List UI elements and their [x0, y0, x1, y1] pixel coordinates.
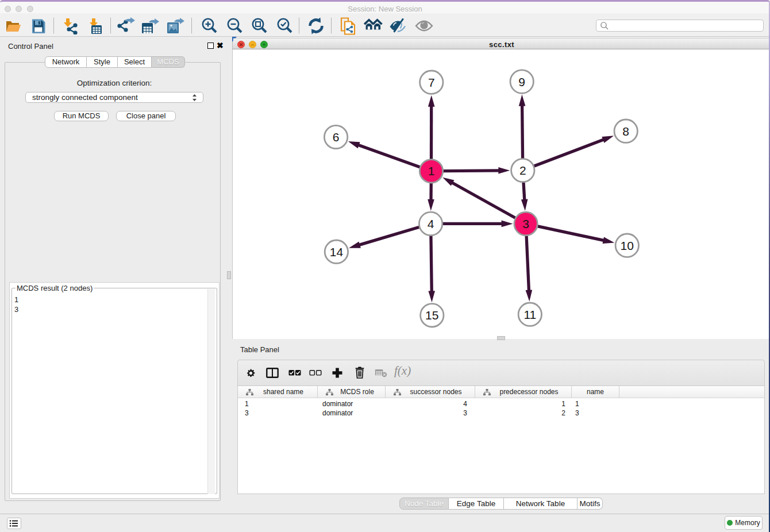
svg-text:2: 2 [519, 164, 526, 177]
svg-text:10: 10 [621, 239, 634, 252]
svg-text:9: 9 [518, 75, 525, 88]
svg-text:15: 15 [425, 309, 438, 322]
svg-text:6: 6 [333, 130, 340, 144]
svg-text:14: 14 [330, 245, 344, 259]
svg-text:1: 1 [428, 164, 435, 178]
svg-text:3: 3 [522, 217, 529, 230]
svg-text:4: 4 [428, 217, 434, 230]
svg-text:11: 11 [523, 308, 536, 321]
svg-text:8: 8 [622, 125, 629, 138]
svg-text:7: 7 [428, 76, 435, 89]
